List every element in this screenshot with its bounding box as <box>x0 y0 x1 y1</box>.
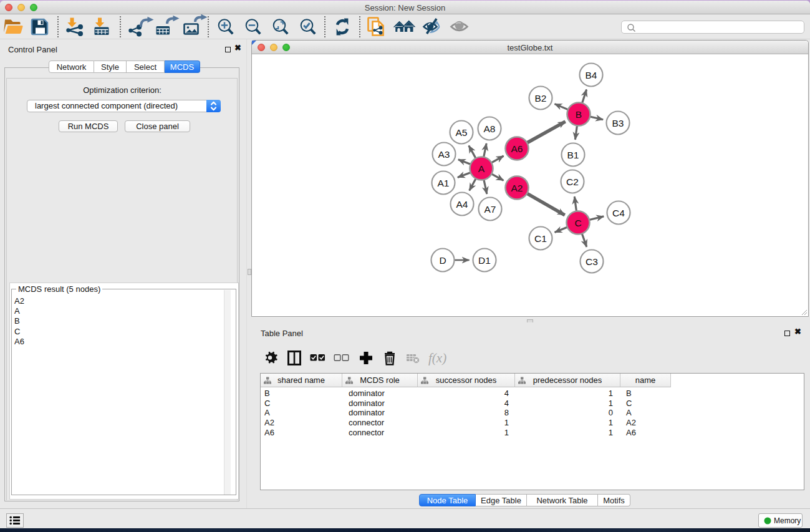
svg-text:C1: C1 <box>534 233 547 244</box>
svg-text:C2: C2 <box>566 177 579 187</box>
svg-text:A3: A3 <box>438 149 450 160</box>
svg-text:C4: C4 <box>612 208 625 218</box>
svg-text:A8: A8 <box>484 123 496 134</box>
svg-text:A1: A1 <box>438 178 450 188</box>
svg-text:B3: B3 <box>612 118 624 128</box>
svg-text:B1: B1 <box>567 150 579 160</box>
svg-text:A: A <box>478 163 485 174</box>
svg-text:D: D <box>439 255 446 266</box>
svg-text:B2: B2 <box>535 93 547 104</box>
svg-text:B4: B4 <box>586 70 597 80</box>
svg-text:B: B <box>576 109 582 120</box>
svg-text:A5: A5 <box>456 127 468 138</box>
svg-text:C3: C3 <box>586 256 598 267</box>
svg-text:A4: A4 <box>456 199 468 210</box>
svg-text:C: C <box>574 218 581 228</box>
svg-text:A2: A2 <box>511 183 523 193</box>
svg-text:f(x): f(x) <box>428 351 446 365</box>
svg-text:A7: A7 <box>485 204 496 215</box>
svg-text:A6: A6 <box>511 143 523 154</box>
svg-text:D1: D1 <box>478 255 491 266</box>
